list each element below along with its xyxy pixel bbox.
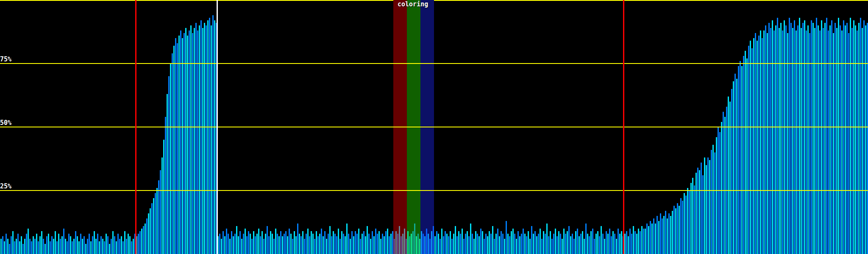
bar	[119, 239, 120, 254]
bar	[658, 221, 659, 254]
bar	[804, 20, 805, 254]
bar	[255, 236, 256, 254]
bar	[243, 234, 244, 254]
bar	[302, 231, 303, 254]
bar	[165, 117, 166, 254]
bar	[802, 23, 804, 254]
bar	[794, 20, 795, 254]
bar	[782, 30, 783, 254]
bar	[16, 239, 17, 254]
bar	[414, 224, 415, 254]
bar	[412, 231, 414, 254]
coloring-label: coloring	[398, 1, 428, 8]
bar	[36, 234, 37, 254]
bar	[646, 224, 648, 254]
bar	[24, 239, 25, 254]
bar	[160, 170, 161, 254]
bar	[234, 234, 236, 254]
bar	[740, 61, 741, 254]
bar	[784, 20, 785, 254]
bar	[14, 241, 15, 254]
bar	[219, 234, 220, 254]
bar	[401, 236, 402, 254]
bar	[58, 234, 59, 254]
bar	[370, 239, 371, 254]
bar	[443, 236, 444, 254]
bar	[568, 226, 570, 254]
bar	[419, 239, 420, 254]
bar	[345, 236, 346, 254]
bar	[180, 30, 181, 254]
bar	[556, 236, 558, 254]
bar	[307, 229, 309, 254]
bar	[582, 231, 583, 254]
bar	[399, 226, 400, 254]
bar	[473, 239, 475, 254]
bar	[524, 234, 526, 254]
bar	[258, 229, 259, 254]
bar	[268, 236, 270, 254]
bar	[618, 229, 619, 254]
bar	[806, 30, 807, 254]
bar	[587, 234, 588, 254]
bar	[406, 239, 407, 254]
bar	[87, 239, 88, 254]
bar	[206, 25, 207, 254]
bar	[679, 206, 680, 254]
bar	[236, 226, 237, 254]
bar	[807, 25, 809, 254]
bar	[163, 140, 164, 254]
bar	[548, 236, 549, 254]
bar	[262, 231, 263, 254]
bar	[68, 234, 70, 254]
bar	[97, 234, 98, 254]
bar	[616, 239, 617, 254]
bar	[41, 231, 42, 254]
bar	[199, 25, 200, 254]
bar	[11, 236, 12, 254]
bar	[741, 66, 743, 254]
bar	[77, 236, 78, 254]
bar	[714, 152, 715, 254]
bar	[55, 231, 56, 254]
bar	[278, 236, 280, 254]
bar	[484, 239, 485, 254]
bar	[801, 28, 802, 254]
bar	[21, 236, 22, 254]
bar	[585, 224, 587, 254]
bar	[272, 234, 273, 254]
bar	[760, 30, 761, 254]
bar	[687, 188, 688, 254]
bar	[451, 239, 453, 254]
bar	[514, 234, 515, 254]
bar	[579, 236, 580, 254]
bar	[628, 236, 629, 254]
bar	[204, 23, 205, 254]
bar	[390, 234, 392, 254]
bar	[321, 229, 322, 254]
bar	[660, 213, 661, 254]
bar	[777, 18, 778, 254]
bar	[607, 234, 609, 254]
bar	[139, 231, 141, 254]
bar	[641, 226, 643, 254]
bar	[4, 241, 5, 254]
bar	[453, 234, 454, 254]
bar	[323, 236, 324, 254]
bar	[99, 241, 100, 254]
bar	[19, 241, 20, 254]
bar	[200, 20, 202, 254]
bar	[770, 28, 771, 254]
bar	[748, 46, 749, 254]
bar	[865, 25, 866, 254]
bar	[645, 229, 646, 254]
bar	[601, 226, 602, 254]
bar	[426, 229, 427, 254]
bar	[512, 229, 514, 254]
bar	[197, 30, 198, 254]
bar	[314, 239, 315, 254]
bar	[424, 236, 426, 254]
bar	[862, 28, 863, 254]
bar	[580, 234, 581, 254]
bar	[150, 208, 151, 254]
